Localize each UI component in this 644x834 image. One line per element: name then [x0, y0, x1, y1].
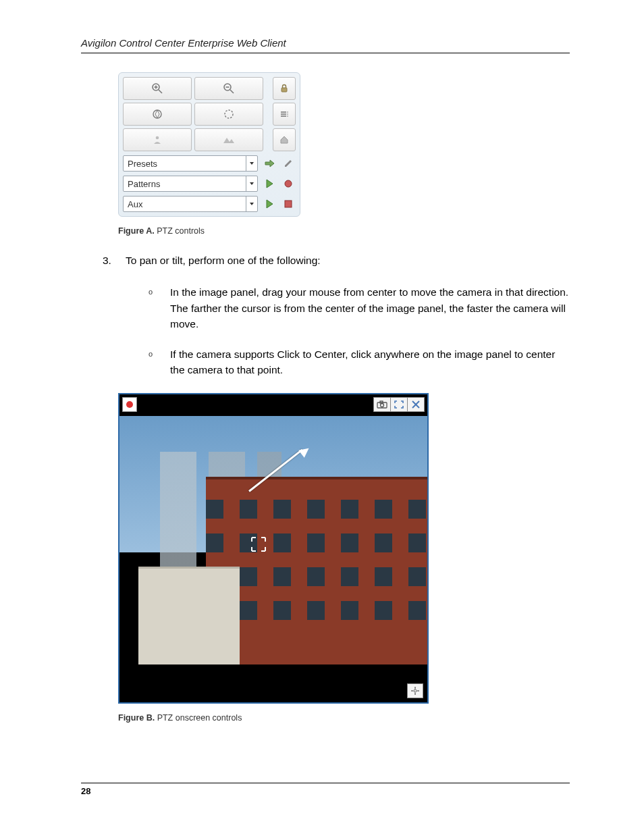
preset-go-button[interactable] — [262, 156, 277, 171]
svg-rect-7 — [281, 88, 287, 92]
chevron-down-icon — [246, 197, 254, 211]
figure-a-label: Figure A. — [118, 226, 155, 236]
svg-point-14 — [287, 113, 288, 115]
zoom-in-button[interactable] — [123, 77, 192, 100]
zoom-in-icon — [151, 82, 163, 95]
maximize-button[interactable] — [390, 397, 408, 412]
aux-stop-button[interactable] — [281, 197, 296, 211]
step-number: 3. — [103, 253, 113, 268]
step-3: 3. To pan or tilt, perform one of the fo… — [103, 253, 570, 268]
ptz-row-3 — [123, 128, 296, 151]
camera-scene — [119, 416, 427, 664]
svg-point-13 — [287, 111, 288, 113]
sub-list: o In the image panel, drag your mouse fr… — [149, 284, 570, 377]
chevron-down-icon — [246, 156, 254, 171]
bullet-a-text: In the image panel, drag your mouse from… — [170, 284, 570, 332]
record-dot-icon — [125, 400, 134, 409]
figure-b-text: PTZ onscreen controls — [155, 713, 242, 723]
svg-point-25 — [414, 689, 417, 692]
ptz-control-panel: Presets Patterns — [118, 72, 300, 217]
pencil-icon — [284, 159, 293, 168]
zoom-out-button[interactable] — [194, 77, 263, 100]
landscape-icon — [223, 135, 235, 145]
figure-b-label: Figure B. — [118, 713, 155, 723]
figure-a-caption: Figure A. PTZ controls — [118, 226, 570, 236]
svg-line-5 — [230, 90, 234, 93]
patterns-dropdown[interactable]: Patterns — [123, 176, 258, 192]
bullet-a: o In the image panel, drag your mouse fr… — [149, 284, 570, 332]
pattern-play-button[interactable] — [262, 176, 277, 191]
video-image-panel[interactable] — [118, 393, 429, 704]
svg-point-21 — [381, 403, 384, 407]
aux-dropdown[interactable]: Aux — [123, 196, 258, 212]
presets-label: Presets — [128, 159, 157, 169]
aux-row: Aux — [123, 196, 296, 212]
home-button[interactable] — [273, 128, 296, 151]
panel-toolbar — [374, 397, 425, 412]
zoom-out-icon — [223, 82, 235, 95]
ptz-row-2 — [123, 103, 296, 126]
list-icon — [279, 109, 289, 119]
close-icon — [412, 400, 420, 409]
ptz-toggle-button[interactable] — [407, 683, 423, 698]
presets-dropdown[interactable]: Presets — [123, 155, 258, 172]
figure-b-caption: Figure B. PTZ onscreen controls — [118, 713, 570, 723]
home-icon — [279, 135, 289, 145]
presets-row: Presets — [123, 155, 296, 172]
bullet-b: o If the camera supports Click to Center… — [149, 346, 570, 378]
svg-point-16 — [156, 136, 159, 140]
page-footer: 28 — [81, 783, 570, 796]
svg-point-8 — [153, 110, 161, 118]
iris-open-button[interactable] — [194, 128, 263, 151]
svg-point-9 — [225, 110, 233, 118]
chevron-down-icon — [246, 176, 254, 191]
focus-far-button[interactable] — [194, 103, 263, 126]
body-text: 3. To pan or tilt, perform one of the fo… — [81, 253, 570, 378]
bullet-marker: o — [149, 284, 158, 332]
stop-icon — [284, 200, 292, 208]
patterns-label: Patterns — [128, 179, 160, 189]
ptz-icon — [410, 686, 421, 696]
iris-close-button[interactable] — [123, 128, 192, 151]
pattern-record-button[interactable] — [281, 176, 296, 191]
play-icon — [265, 199, 273, 209]
svg-point-19 — [126, 401, 133, 408]
person-icon — [152, 134, 163, 145]
center-cursor-icon — [249, 535, 268, 554]
page-number: 28 — [81, 786, 90, 796]
recording-indicator — [122, 397, 137, 412]
ptz-row-1 — [123, 77, 296, 100]
svg-point-17 — [285, 180, 292, 187]
figure-a-text: PTZ controls — [155, 226, 205, 236]
svg-rect-18 — [285, 201, 292, 207]
play-icon — [265, 179, 273, 188]
svg-line-1 — [159, 90, 162, 93]
lock-button[interactable] — [273, 77, 296, 100]
svg-point-15 — [287, 115, 288, 117]
camera-icon — [377, 400, 387, 409]
snapshot-button[interactable] — [373, 397, 391, 412]
menu-button[interactable] — [273, 103, 296, 126]
preset-edit-button[interactable] — [281, 156, 296, 171]
record-icon — [284, 179, 293, 188]
page: Avigilon Control Center Enterprise Web C… — [0, 0, 644, 763]
page-header-title: Avigilon Control Center Enterprise Web C… — [81, 37, 570, 53]
aux-label: Aux — [128, 199, 142, 209]
close-panel-button[interactable] — [407, 397, 425, 412]
bullet-marker: o — [149, 346, 158, 378]
patterns-row: Patterns — [123, 176, 296, 192]
aux-play-button[interactable] — [262, 197, 277, 211]
iris-closed-icon — [151, 108, 163, 120]
step-text: To pan or tilt, perform one of the follo… — [126, 253, 321, 268]
iris-open-icon — [223, 108, 235, 120]
bullet-b-text: If the camera supports Click to Center, … — [170, 346, 570, 378]
fullscreen-icon — [394, 400, 404, 409]
focus-near-button[interactable] — [123, 103, 192, 126]
arrow-right-icon — [264, 159, 275, 168]
lock-icon — [279, 84, 289, 93]
